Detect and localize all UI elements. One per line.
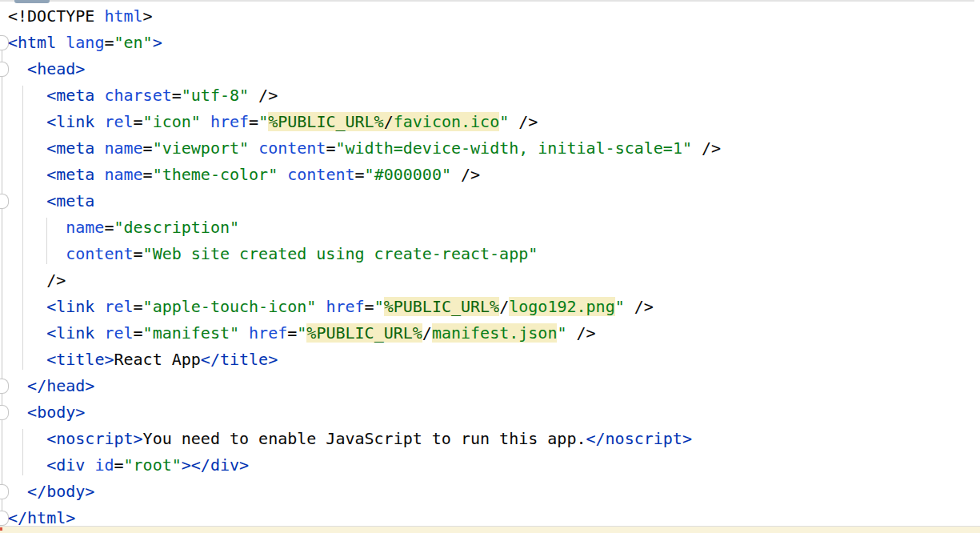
indent-guide [46, 218, 47, 264]
code-token: href [326, 297, 364, 316]
code-token: /> [692, 138, 721, 158]
code-token: <title> [46, 350, 114, 369]
code-token: <link [46, 323, 94, 343]
code-token: <link [46, 112, 94, 131]
code-token: " [499, 112, 509, 131]
code-token [316, 297, 326, 316]
code-token: / [499, 297, 509, 316]
bottom-edge-mark [0, 527, 2, 531]
code-token [8, 165, 46, 184]
indent-guide [22, 429, 23, 475]
code-token [8, 191, 46, 210]
code-token: = [104, 33, 114, 52]
code-token: " [258, 112, 268, 131]
code-token: rel [104, 323, 133, 343]
code-token [8, 455, 46, 475]
code-line: <head> [0, 56, 980, 82]
bottom-band [0, 527, 980, 533]
code-line: </head> [0, 373, 980, 399]
code-token: rel [104, 112, 133, 131]
code-line: <html lang="en"> [0, 30, 980, 56]
highlighted-token: logo192.png [509, 297, 614, 316]
code-token: " [557, 323, 566, 343]
code-token: rel [104, 297, 133, 316]
code-token: > [153, 33, 162, 52]
code-token [94, 297, 104, 316]
code-token: "icon" [143, 112, 201, 131]
code-token: "theme-color" [153, 165, 278, 184]
indent-guide [22, 86, 23, 370]
top-divider [0, 0, 974, 2]
code-token [8, 138, 46, 158]
code-token: /> [8, 271, 66, 290]
code-token [239, 323, 249, 343]
code-token: = [143, 138, 153, 158]
code-token [278, 165, 287, 184]
code-token: href [249, 323, 287, 343]
code-token: /> [249, 86, 278, 105]
code-line: <link rel="icon" href="%PUBLIC_URL%/favi… [0, 109, 980, 135]
highlighted-token: manifest.json [432, 323, 558, 343]
code-token: name [66, 218, 104, 237]
highlighted-token: %PUBLIC_URL% [306, 323, 422, 343]
code-token: <meta [46, 138, 94, 158]
code-token: content [258, 138, 326, 158]
code-token: <div [46, 455, 85, 475]
code-token: = [114, 455, 123, 475]
code-token [8, 350, 46, 369]
code-token: = [365, 297, 374, 316]
code-token: </body> [27, 482, 94, 501]
code-token: React App [114, 350, 200, 369]
code-token: name [104, 165, 142, 184]
code-token: /> [509, 112, 538, 131]
code-token: </title> [201, 350, 278, 369]
code-token: <meta [46, 191, 94, 210]
code-token: /> [566, 323, 595, 343]
code-token: = [355, 165, 365, 184]
code-token [85, 455, 94, 475]
code-token: <noscript> [46, 429, 142, 448]
code-line: <!DOCTYPE html> [0, 3, 980, 30]
code-token: "en" [114, 33, 152, 52]
code-token: <body> [27, 403, 85, 422]
code-token [8, 86, 46, 105]
code-token: "#000000" [365, 165, 451, 184]
code-token [8, 112, 46, 131]
code-token [8, 429, 46, 448]
code-line: content="Web site created using create-r… [0, 241, 980, 267]
code-line: <meta charset="utf-8" /> [0, 82, 980, 109]
code-token [94, 323, 104, 343]
editor-window: { "palette":{ "plain":"#080808", "tag":"… [0, 0, 980, 533]
code-token: ></div> [182, 455, 249, 475]
code-line: <link rel="apple-touch-icon" href="%PUBL… [0, 294, 980, 320]
code-token: You need to enable JavaScript to run thi… [143, 429, 586, 448]
code-token: /> [451, 165, 480, 184]
code-token: <meta [46, 86, 94, 105]
code-line: <meta [0, 188, 980, 214]
code-line: /> [0, 267, 980, 294]
code-token [94, 112, 104, 131]
code-token: lang [66, 33, 104, 52]
code-token: "manifest" [143, 323, 239, 343]
code-token [94, 86, 104, 105]
code-token: "viewport" [153, 138, 249, 158]
code-token [8, 59, 27, 78]
code-token [94, 138, 104, 158]
code-token: </noscript> [586, 429, 691, 448]
code-area[interactable]: <!DOCTYPE html><html lang="en"> <head> <… [0, 3, 980, 525]
code-token: <head> [27, 59, 85, 78]
code-token: </head> [27, 376, 94, 395]
code-token: content [66, 244, 133, 263]
code-token: = [134, 297, 143, 316]
code-token: = [326, 138, 335, 158]
code-token: charset [104, 86, 171, 105]
code-token: = [104, 218, 114, 237]
code-token: <meta [46, 165, 94, 184]
code-token [8, 482, 27, 501]
code-line: <noscript>You need to enable JavaScript … [0, 426, 980, 452]
code-line: </body> [0, 479, 980, 505]
code-token: href [210, 112, 249, 131]
code-token [56, 33, 66, 52]
code-token: "root" [124, 455, 182, 475]
code-token: id [94, 455, 114, 475]
